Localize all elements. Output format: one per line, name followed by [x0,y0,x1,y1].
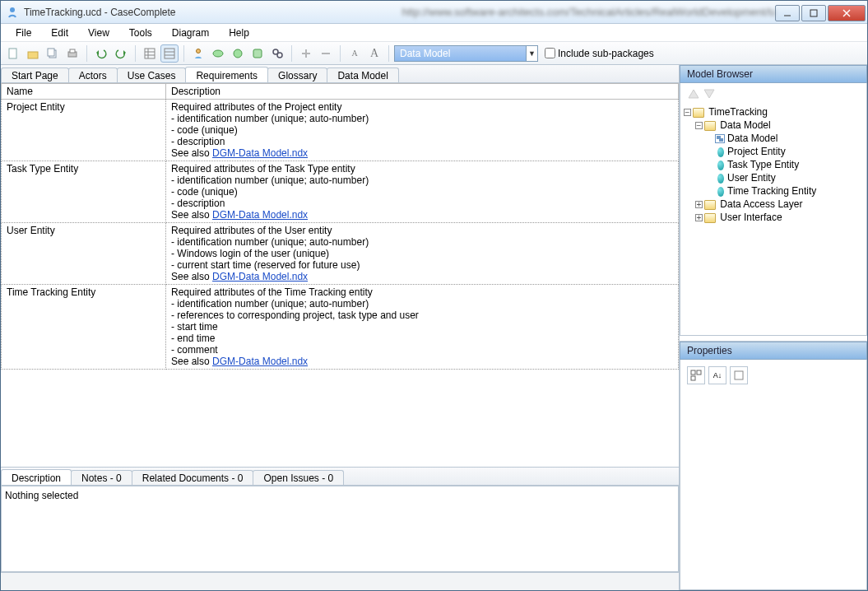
see-also-link[interactable]: DGM-Data Model.ndx [212,147,308,159]
svg-rect-2 [810,10,817,16]
font-decrease-icon[interactable]: A [346,44,364,63]
plus-icon[interactable] [297,44,315,63]
row-desc: Required attributes of the Project entit… [166,100,679,161]
undo-icon[interactable] [92,44,110,63]
svg-rect-34 [735,371,743,379]
props-categorized-icon[interactable] [687,366,705,384]
titlebar-url-blur: http://www.software-architects.com/Techn… [402,6,776,18]
tree-user-interface[interactable]: + User Interface [695,211,863,224]
window-title: TimeTracking.ucd - CaseComplete [24,7,397,18]
tree-entity[interactable]: Task Type Entity [715,158,863,171]
svg-rect-10 [70,49,75,53]
menu-help[interactable]: Help [219,26,259,40]
tree-diagram[interactable]: Data Model [715,132,863,145]
properties-title: Properties [680,342,867,360]
tab-actors[interactable]: Actors [68,67,118,83]
svg-rect-17 [165,49,174,58]
svg-rect-5 [9,49,16,58]
svg-rect-8 [48,49,54,56]
find-icon[interactable] [268,44,286,63]
detail-tab-open[interactable]: Open Issues - 0 [253,470,344,486]
row-desc: Required attributes of the Time Tracking… [166,285,679,370]
add-actor-icon[interactable] [189,44,207,63]
requirements-table-wrap[interactable]: Name Description Project EntityRequired … [1,83,679,467]
tree-data-model[interactable]: − Data Model Data Model Project EntityTa… [695,119,863,198]
props-alpha-sort-icon[interactable]: A↓ [708,366,726,384]
font-increase-icon[interactable]: A [365,44,383,63]
svg-marker-30 [704,90,714,98]
svg-rect-32 [697,370,701,375]
view-grid-icon[interactable] [141,44,159,63]
add-usecase-icon[interactable] [209,44,227,63]
detail-tab-related[interactable]: Related Documents - 0 [132,470,254,486]
tab-glossary[interactable]: Glossary [267,67,327,83]
table-row[interactable]: Project EntityRequired attributes of the… [2,100,679,161]
main-tabs: Start PageActorsUse CasesRequirementsGlo… [1,65,679,83]
minus-icon[interactable] [317,44,335,63]
include-sub-checkbox[interactable] [545,48,555,58]
col-name-header[interactable]: Name [2,84,166,100]
menubar: FileEditViewToolsDiagramHelp [1,24,867,42]
tab-data-model[interactable]: Data Model [327,67,398,83]
model-browser-body[interactable]: − TimeTracking − Data Model Data Model P… [680,83,867,336]
svg-point-0 [10,7,15,12]
menu-diagram[interactable]: Diagram [162,26,219,40]
see-also-link[interactable]: DGM-Data Model.ndx [212,271,308,282]
table-row[interactable]: User EntityRequired attributes of the Us… [2,223,679,285]
table-row[interactable]: Task Type EntityRequired attributes of t… [2,161,679,223]
col-desc-header[interactable]: Description [166,84,679,100]
filter-combo-value: Data Model [400,48,450,59]
tree-entity[interactable]: Project Entity [715,145,863,158]
svg-point-22 [234,49,242,58]
svg-rect-33 [691,376,695,380]
open-icon[interactable] [24,44,42,63]
properties-body: A↓ [680,360,867,590]
add-term-icon[interactable] [248,44,267,63]
view-list-icon[interactable] [160,44,179,63]
close-button[interactable] [828,5,866,21]
nav-down-icon[interactable] [703,88,716,100]
filter-combo[interactable]: Data Model ▼ [394,45,538,62]
detail-panel: DescriptionNotes - 0Related Documents - … [1,467,679,572]
svg-rect-6 [28,52,38,58]
tree-entity[interactable]: User Entity [715,171,863,184]
tab-start-page[interactable]: Start Page [1,67,69,83]
toolbar: A A Data Model ▼ Include sub-packages [1,42,867,65]
tree-data-access-layer[interactable]: + Data Access Layer [695,198,863,211]
svg-rect-31 [691,370,695,375]
new-doc-icon[interactable] [4,44,22,63]
include-sub-packages-checkbox[interactable]: Include sub-packages [545,48,654,59]
row-desc: Required attributes of the User entity- … [166,223,679,285]
minimize-button[interactable] [775,5,800,21]
add-requirement-icon[interactable] [229,44,247,63]
detail-tab-description[interactable]: Description [1,469,72,486]
nav-up-icon[interactable] [687,88,700,100]
copy-icon[interactable] [44,44,62,63]
model-browser-title: Model Browser [680,65,867,83]
table-row[interactable]: Time Tracking EntityRequired attributes … [2,285,679,370]
requirements-table: Name Description Project EntityRequired … [1,83,679,370]
svg-point-20 [197,49,201,53]
menu-tools[interactable]: Tools [119,26,162,40]
detail-tabs: DescriptionNotes - 0Related Documents - … [1,468,679,486]
tab-requirements[interactable]: Requirements [185,67,268,83]
menu-view[interactable]: View [78,26,119,40]
tab-use-cases[interactable]: Use Cases [117,67,187,83]
titlebar[interactable]: TimeTracking.ucd - CaseComplete http://w… [1,1,867,24]
menu-file[interactable]: File [6,26,41,40]
row-name: Project Entity [2,100,166,161]
redo-icon[interactable] [112,44,130,63]
menu-edit[interactable]: Edit [41,26,78,40]
model-tree[interactable]: − TimeTracking − Data Model Data Model P… [684,105,863,224]
props-pages-icon[interactable] [730,366,748,384]
detail-tab-notes[interactable]: Notes - 0 [71,470,132,486]
maximize-button[interactable] [801,5,826,21]
tree-entity[interactable]: Time Tracking Entity [715,184,863,198]
print-icon[interactable] [63,44,81,63]
see-also-link[interactable]: DGM-Data Model.ndx [212,356,308,367]
include-sub-label: Include sub-packages [558,48,654,59]
svg-point-21 [213,50,223,57]
detail-body: Nothing selected [1,486,679,572]
tree-root[interactable]: − TimeTracking − Data Model Data Model P… [684,105,863,224]
see-also-link[interactable]: DGM-Data Model.ndx [212,209,308,221]
